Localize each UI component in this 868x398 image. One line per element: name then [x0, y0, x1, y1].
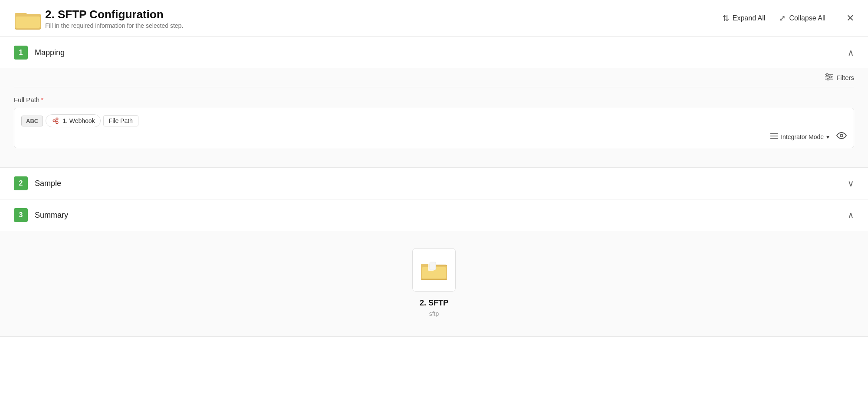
preview-button[interactable] [836, 132, 847, 142]
token-row: ABC 1. Webhook Fil [21, 114, 847, 127]
summary-title: Summary [35, 211, 848, 220]
collapse-all-label: Collapse All [789, 14, 825, 22]
summary-section-header[interactable]: 3 Summary ∧ [0, 199, 868, 231]
sample-section: 2 Sample ∨ [0, 168, 868, 199]
sample-chevron: ∨ [848, 178, 854, 189]
page-header: 2. SFTP Configuration Fill in the requir… [0, 0, 868, 37]
webhook-label: 1. Webhook [62, 117, 95, 124]
token-webhook[interactable]: 1. Webhook [46, 114, 100, 127]
summary-section: 3 Summary ∧ 2. SFTP [0, 199, 868, 337]
full-path-input-area[interactable]: ABC 1. Webhook Fil [14, 108, 854, 148]
svg-point-9 [827, 78, 829, 80]
filters-row: Filters [14, 68, 854, 87]
summary-body: 2. SFTP sftp [0, 231, 868, 336]
svg-point-8 [829, 76, 832, 78]
full-path-field: Full Path* ABC [14, 96, 854, 148]
svg-point-7 [826, 74, 829, 76]
required-indicator: * [41, 96, 43, 103]
collapse-all-icon: ⤢ [779, 13, 786, 23]
svg-point-18 [840, 134, 843, 137]
mapping-chevron: ∧ [848, 47, 854, 58]
summary-badge: 3 [14, 208, 28, 222]
mapping-badge: 1 [14, 46, 28, 60]
expand-all-label: Expand All [733, 14, 766, 22]
svg-rect-24 [430, 262, 436, 270]
svg-rect-3 [16, 17, 40, 28]
collapse-all-button[interactable]: ⤢ Collapse All [779, 13, 825, 23]
header-actions: ⇅ Expand All ⤢ Collapse All ✕ [723, 13, 854, 24]
header-icon [14, 7, 36, 30]
filters-icon [825, 73, 833, 82]
webhook-icon [51, 116, 60, 125]
page-subtitle: Fill in the required information for the… [45, 22, 723, 29]
summary-content: 2. SFTP sftp [14, 231, 854, 326]
integrator-mode-button[interactable]: Integrator Mode ▾ [770, 133, 829, 141]
main-content: 1 Mapping ∧ [0, 37, 868, 337]
filters-label: Filters [836, 74, 854, 81]
sftp-app-name: 2. SFTP [420, 298, 448, 308]
integrator-mode-chevron: ▾ [826, 133, 829, 140]
header-text: 2. SFTP Configuration Fill in the requir… [45, 8, 723, 29]
filters-button[interactable]: Filters [825, 73, 854, 82]
sample-title: Sample [35, 179, 848, 188]
mapping-title: Mapping [35, 48, 848, 57]
token-abc[interactable]: ABC [21, 116, 43, 126]
token-filepath[interactable]: File Path [103, 115, 138, 126]
sftp-app-icon-box [412, 248, 456, 292]
expand-all-icon: ⇅ [723, 13, 729, 23]
input-toolbar: Integrator Mode ▾ [21, 132, 847, 142]
mapping-section: 1 Mapping ∧ [0, 37, 868, 168]
sample-badge: 2 [14, 176, 28, 190]
svg-point-10 [53, 120, 55, 122]
close-button[interactable]: ✕ [846, 13, 854, 24]
summary-chevron: ∧ [848, 210, 854, 220]
sftp-folder-icon [420, 258, 448, 282]
integrator-mode-icon [770, 133, 778, 141]
sample-section-header[interactable]: 2 Sample ∨ [0, 168, 868, 199]
page-title: 2. SFTP Configuration [45, 8, 723, 21]
sftp-app-sub: sftp [429, 310, 439, 317]
integrator-mode-label: Integrator Mode [781, 133, 824, 140]
mapping-section-header[interactable]: 1 Mapping ∧ [0, 37, 868, 68]
mapping-body: Filters Full Path* ABC [0, 68, 868, 167]
full-path-label: Full Path* [14, 96, 854, 103]
expand-all-button[interactable]: ⇅ Expand All [723, 13, 766, 23]
eye-icon [836, 132, 847, 139]
